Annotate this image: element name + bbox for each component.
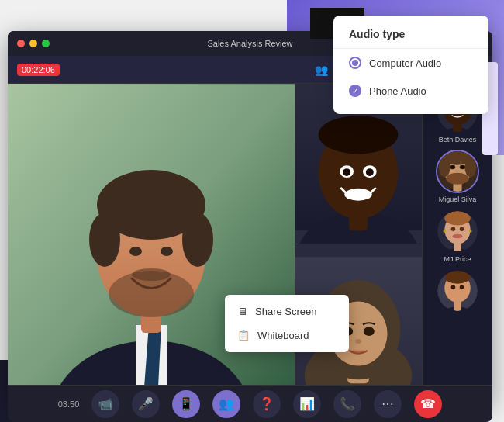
meeting-taskbar: 03:50 📹 🎤 📱 👥 ❓ 📊 📞 ⋯ ☎ <box>8 385 492 422</box>
svg-point-12 <box>132 268 171 281</box>
computer-audio-radio[interactable] <box>349 57 361 69</box>
whiteboard-icon: 📋 <box>237 330 250 341</box>
secondary-video-grid <box>295 84 423 403</box>
share-context-menu: 🖥 Share Screen 📋 Whiteboard <box>225 295 349 352</box>
svg-point-7 <box>89 213 120 267</box>
svg-point-69 <box>460 285 464 290</box>
svg-point-59 <box>469 230 472 233</box>
svg-point-31 <box>355 339 361 344</box>
maximize-dot[interactable] <box>42 40 50 47</box>
participant-4[interactable] <box>427 269 488 313</box>
svg-point-52 <box>461 166 464 169</box>
minimize-dot[interactable] <box>29 40 37 47</box>
svg-point-20 <box>343 168 350 176</box>
video-taskbar-btn[interactable]: 📹 <box>91 390 119 418</box>
window-dots <box>17 40 50 47</box>
whiteboard-label: Whiteboard <box>257 330 309 341</box>
svg-point-46 <box>439 157 450 177</box>
participant-mj-avatar <box>436 209 479 253</box>
participant-miguel[interactable]: Miguel Silva <box>427 150 488 203</box>
participant-4-avatar <box>436 269 479 313</box>
miguel-portrait <box>437 151 478 192</box>
computer-audio-label: Computer Audio <box>369 57 441 69</box>
svg-point-9 <box>129 247 142 256</box>
participants-toolbar-icon[interactable]: 👥 <box>315 64 328 76</box>
svg-point-62 <box>453 234 463 239</box>
phone-audio-option[interactable]: ✓ Phone Audio <box>333 77 488 105</box>
help-taskbar-btn[interactable]: ❓ <box>253 390 281 418</box>
share-screen-item[interactable]: 🖥 Share Screen <box>225 299 349 323</box>
svg-point-8 <box>182 213 213 267</box>
svg-point-61 <box>460 227 464 231</box>
svg-point-57 <box>444 211 470 226</box>
analytics-taskbar-btn[interactable]: 📊 <box>293 390 321 418</box>
svg-point-47 <box>464 157 476 177</box>
close-dot[interactable] <box>17 40 25 47</box>
meeting-timer: 00:22:06 <box>17 64 60 76</box>
mic-taskbar-btn[interactable]: 🎤 <box>132 390 160 418</box>
participants-taskbar-btn[interactable]: 👥 <box>212 390 240 418</box>
mj-portrait <box>437 211 478 251</box>
hangup-taskbar-btn[interactable]: ☎ <box>414 390 442 418</box>
svg-point-21 <box>366 168 374 176</box>
svg-point-51 <box>451 166 454 169</box>
participant4-portrait <box>437 271 478 311</box>
taskbar-timer: 03:50 <box>58 400 80 409</box>
svg-point-48 <box>446 173 469 185</box>
more-taskbar-btn[interactable]: ⋯ <box>374 390 402 418</box>
audio-dropdown-title: Audio type <box>333 25 488 49</box>
phone-audio-check[interactable]: ✓ <box>349 85 361 97</box>
participant-miguel-avatar <box>436 150 479 193</box>
audio-type-dropdown: Audio type Computer Audio ✓ Phone Audio <box>333 16 488 114</box>
svg-point-10 <box>161 247 173 256</box>
svg-point-17 <box>319 116 399 154</box>
participant-beth-name: Beth Davies <box>439 136 477 144</box>
svg-point-30 <box>364 327 375 336</box>
participant-miguel-name: Miguel Silva <box>439 195 477 203</box>
whiteboard-item[interactable]: 📋 Whiteboard <box>225 323 349 348</box>
main-speaker-bg <box>8 84 295 403</box>
svg-point-58 <box>443 230 446 233</box>
meeting-content: Beth Davies <box>8 84 492 403</box>
svg-point-68 <box>451 285 456 290</box>
svg-point-22 <box>344 189 372 201</box>
phone-taskbar-btn[interactable]: 📞 <box>333 390 361 418</box>
phone-audio-label: Phone Audio <box>369 85 426 97</box>
svg-point-60 <box>451 227 456 231</box>
share-screen-label: Share Screen <box>255 306 317 317</box>
main-speaker-video <box>8 84 295 403</box>
screen-taskbar-btn[interactable]: 📱 <box>172 390 200 418</box>
share-screen-icon: 🖥 <box>237 306 247 317</box>
participant-mj-name: MJ Price <box>444 255 471 263</box>
computer-audio-option[interactable]: Computer Audio <box>333 49 488 77</box>
main-speaker-portrait <box>8 84 295 403</box>
participant-mj[interactable]: MJ Price <box>427 209 488 263</box>
